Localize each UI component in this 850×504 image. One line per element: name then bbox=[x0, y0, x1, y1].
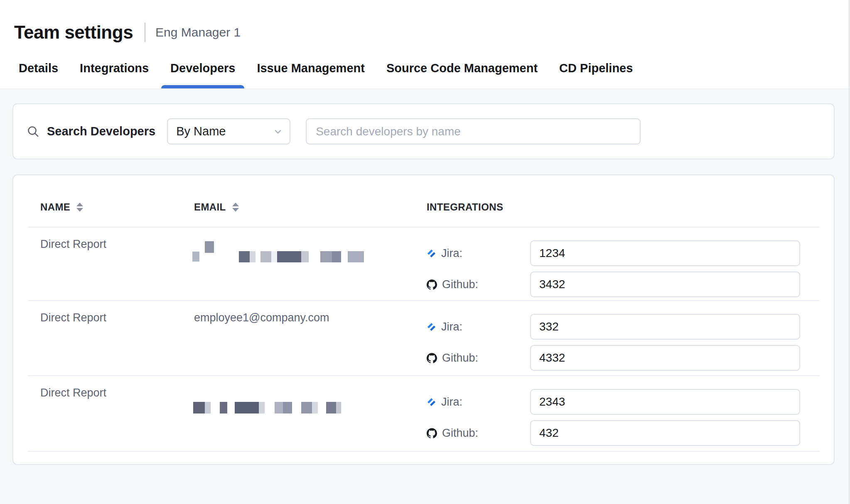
integrations-cell: Jira: Github: bbox=[427, 301, 820, 376]
title-divider bbox=[145, 23, 145, 42]
developer-email-redacted bbox=[194, 228, 427, 303]
redacted-email bbox=[239, 251, 364, 262]
developer-email: employee1@company.com bbox=[194, 301, 427, 376]
column-header-email[interactable]: EMAIL bbox=[194, 201, 427, 213]
github-label: Github: bbox=[442, 278, 478, 291]
window-right-edge bbox=[849, 0, 850, 504]
jira-label: Jira: bbox=[441, 321, 462, 333]
search-input[interactable] bbox=[306, 118, 641, 144]
github-icon bbox=[427, 279, 437, 290]
github-id-input[interactable] bbox=[530, 272, 800, 297]
redacted-email bbox=[192, 252, 199, 262]
chevron-down-icon bbox=[273, 127, 283, 137]
developer-name: Direct Report bbox=[40, 376, 194, 451]
search-developers-label: Search Developers bbox=[47, 125, 155, 138]
jira-icon bbox=[427, 397, 436, 407]
jira-id-input[interactable] bbox=[530, 389, 800, 415]
integrations-cell: Jira: Github: bbox=[427, 376, 820, 451]
developers-table: NAME EMAIL INTEGRATIONS Direct Report bbox=[12, 174, 835, 465]
jira-id-input[interactable] bbox=[530, 314, 800, 340]
page-title: Team settings bbox=[14, 22, 133, 43]
table-row: Direct Report employee1@company.com Jira… bbox=[28, 301, 820, 376]
jira-label: Jira: bbox=[441, 247, 462, 260]
jira-icon bbox=[427, 249, 436, 258]
github-id-input[interactable] bbox=[530, 345, 800, 371]
github-icon bbox=[427, 428, 437, 438]
column-header-name[interactable]: NAME bbox=[40, 201, 194, 213]
table-row: Direct Report Jira: bbox=[28, 228, 820, 301]
jira-id-input[interactable] bbox=[530, 240, 800, 266]
tab-details[interactable]: Details bbox=[10, 48, 67, 88]
github-label: Github: bbox=[442, 352, 478, 365]
sort-icon bbox=[76, 203, 83, 212]
github-label: Github: bbox=[442, 427, 478, 440]
tab-cd-pipelines[interactable]: CD Pipelines bbox=[550, 48, 642, 88]
column-header-integrations: INTEGRATIONS bbox=[427, 201, 820, 213]
search-icon bbox=[27, 125, 39, 138]
github-icon bbox=[427, 353, 437, 363]
tab-bar: Details Integrations Developers Issue Ma… bbox=[0, 48, 850, 89]
tab-source-code-management[interactable]: Source Code Management bbox=[377, 48, 547, 88]
tab-issue-management[interactable]: Issue Management bbox=[248, 48, 373, 88]
jira-icon bbox=[427, 322, 436, 332]
integrations-cell: Jira: Github: bbox=[427, 228, 820, 303]
table-header-row: NAME EMAIL INTEGRATIONS bbox=[28, 175, 820, 228]
redacted-email bbox=[193, 402, 362, 413]
sort-icon bbox=[232, 203, 239, 212]
search-panel: Search Developers By Name bbox=[12, 103, 835, 159]
developer-email-redacted bbox=[194, 376, 427, 451]
filter-selected-value: By Name bbox=[176, 125, 226, 138]
search-filter-select[interactable]: By Name bbox=[167, 118, 290, 144]
developer-name: Direct Report bbox=[40, 301, 194, 376]
team-name-label: Eng Manager 1 bbox=[155, 25, 241, 39]
main-content: Search Developers By Name NAME EMAIL INT… bbox=[0, 89, 850, 465]
tab-integrations[interactable]: Integrations bbox=[71, 48, 158, 88]
table-row: Direct Report Jira: bbox=[28, 376, 820, 452]
redacted-email bbox=[205, 241, 214, 253]
page-header: Team settings Eng Manager 1 bbox=[0, 0, 850, 48]
tab-developers[interactable]: Developers bbox=[161, 48, 244, 88]
jira-label: Jira: bbox=[441, 396, 462, 409]
developer-name: Direct Report bbox=[40, 228, 194, 303]
github-id-input[interactable] bbox=[530, 420, 800, 446]
